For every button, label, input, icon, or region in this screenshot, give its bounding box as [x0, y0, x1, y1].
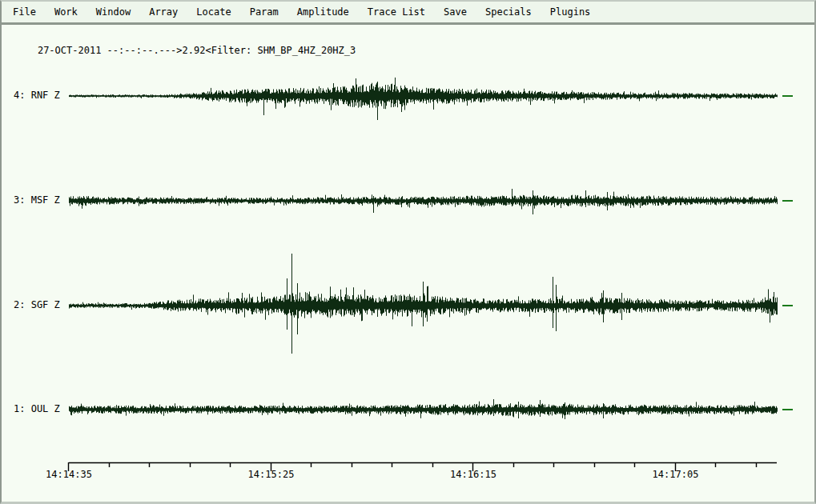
waveform-trace-3[interactable] — [70, 189, 778, 214]
axis-time-label: 14:17:05 — [653, 469, 699, 480]
axis-time-label: 14:14:35 — [46, 469, 92, 480]
waveform-trace-1[interactable] — [70, 399, 778, 419]
trace-label-2[interactable]: 2: SGF Z — [14, 299, 60, 310]
waveform-trace-2[interactable] — [70, 254, 778, 354]
trace-display-canvas[interactable] — [2, 2, 816, 504]
trace-label-4[interactable]: 4: RNF Z — [14, 90, 60, 101]
status-filter: Filter: SHM_BP_4HZ_20HZ_3 — [211, 45, 356, 56]
status-datetime: 27-OCT-2011 --:--:--.--- — [38, 45, 176, 56]
status-line: 27-OCT-2011 --:--:--.--->2.92<Filter: SH… — [14, 34, 356, 67]
axis-time-label: 14:16:15 — [450, 469, 496, 480]
shm-main-window: FileWorkWindowArrayLocateParamAmplitudeT… — [0, 0, 816, 504]
trace-label-3[interactable]: 3: MSF Z — [14, 194, 60, 206]
status-magnitude: >2.92< — [176, 45, 211, 56]
axis-time-label: 14:15:25 — [248, 469, 295, 480]
waveform-trace-4[interactable] — [70, 78, 778, 120]
trace-label-1[interactable]: 1: OUL Z — [14, 403, 60, 414]
